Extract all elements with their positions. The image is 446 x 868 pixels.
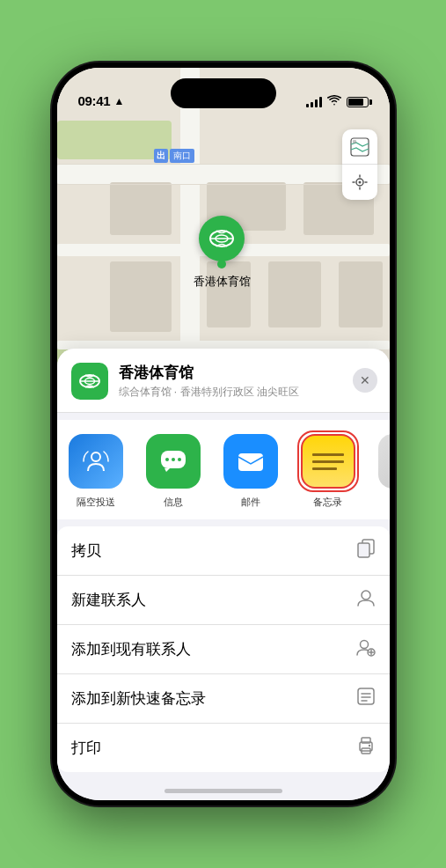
signal-bars-icon xyxy=(306,97,322,107)
home-indicator xyxy=(165,789,282,793)
mail-label: 邮件 xyxy=(241,496,260,509)
share-airdrop[interactable]: 隔空投送 xyxy=(57,434,135,509)
map-type-button[interactable] xyxy=(342,129,377,165)
map-exit-badge: 出 xyxy=(154,149,168,163)
action-print[interactable]: 打印 xyxy=(57,724,390,772)
svg-point-38 xyxy=(360,641,368,649)
notes-icon xyxy=(301,434,355,489)
svg-point-49 xyxy=(368,745,369,747)
action-add-quick-note[interactable]: 添加到新快速备忘录 xyxy=(57,674,390,724)
svg-point-22 xyxy=(358,181,361,184)
airdrop-label: 隔空投送 xyxy=(77,496,115,509)
action-add-quick-note-label: 添加到新快速备忘录 xyxy=(71,688,206,709)
phone-screen: 09:41 ▲ xyxy=(57,68,390,800)
home-indicator-area xyxy=(57,772,390,800)
pin-label: 香港体育馆 xyxy=(194,274,251,290)
location-header: 香港体育馆 综合体育馆 · 香港特别行政区 油尖旺区 ✕ xyxy=(57,349,390,413)
share-mail[interactable]: 邮件 xyxy=(212,434,289,509)
svg-rect-9 xyxy=(268,261,321,327)
close-button[interactable]: ✕ xyxy=(353,368,377,393)
svg-point-37 xyxy=(362,591,370,600)
stadium-pin: 香港体育馆 xyxy=(194,216,251,290)
svg-rect-1 xyxy=(57,165,390,184)
svg-rect-17 xyxy=(57,164,390,165)
add-contact-icon xyxy=(356,637,376,661)
svg-point-32 xyxy=(172,458,175,461)
location-button[interactable] xyxy=(342,165,377,200)
pin-circle xyxy=(199,216,245,261)
close-icon: ✕ xyxy=(360,373,370,387)
messages-label: 信息 xyxy=(164,496,183,509)
notes-label: 备忘录 xyxy=(313,496,342,509)
status-icons xyxy=(306,95,369,108)
svg-point-31 xyxy=(165,458,169,461)
more-icon xyxy=(378,434,390,489)
bottom-sheet: 香港体育馆 综合体育馆 · 香港特别行政区 油尖旺区 ✕ xyxy=(57,349,390,800)
copy-icon xyxy=(356,539,376,563)
svg-rect-10 xyxy=(339,261,383,327)
svg-rect-42 xyxy=(358,688,374,704)
svg-rect-7 xyxy=(110,261,172,332)
action-list: 拷贝 新建联系人 xyxy=(57,526,390,772)
share-row: 隔空投送 信息 xyxy=(57,420,390,519)
location-name: 香港体育馆 xyxy=(119,363,376,383)
messages-icon xyxy=(146,434,201,489)
svg-rect-4 xyxy=(110,182,172,235)
notes-icon-wrapper xyxy=(301,434,355,489)
action-add-existing-contact[interactable]: 添加到现有联系人 xyxy=(57,625,390,674)
location-address: 综合体育馆 · 香港特别行政区 油尖旺区 xyxy=(119,385,376,400)
location-info: 香港体育馆 综合体育馆 · 香港特别行政区 油尖旺区 xyxy=(119,363,376,400)
action-add-existing-label: 添加到现有联系人 xyxy=(71,639,191,659)
svg-rect-20 xyxy=(353,140,356,143)
map-controls xyxy=(342,129,377,200)
share-messages[interactable]: 信息 xyxy=(135,434,212,509)
airdrop-icon xyxy=(69,434,123,489)
print-icon xyxy=(356,736,376,760)
svg-rect-18 xyxy=(57,184,390,185)
location-venue-icon xyxy=(71,363,108,400)
share-more[interactable]: 推 xyxy=(367,434,390,509)
svg-rect-34 xyxy=(238,453,263,471)
map-exit-label: 出 南口 xyxy=(154,149,194,163)
wifi-icon xyxy=(327,95,341,108)
status-time: 09:41 xyxy=(78,93,111,108)
svg-point-29 xyxy=(91,452,100,461)
share-notes[interactable]: 备忘录 xyxy=(289,434,367,509)
battery-icon xyxy=(347,97,369,107)
notes-lines xyxy=(312,453,344,470)
action-new-contact-label: 新建联系人 xyxy=(71,590,146,610)
phone-frame: 09:41 ▲ xyxy=(52,63,395,805)
action-print-label: 打印 xyxy=(71,738,101,758)
new-contact-icon xyxy=(356,588,376,612)
action-copy[interactable]: 拷贝 xyxy=(57,526,390,576)
svg-rect-36 xyxy=(358,543,369,557)
quick-note-icon xyxy=(356,687,376,710)
action-new-contact[interactable]: 新建联系人 xyxy=(57,576,390,625)
mail-icon xyxy=(223,434,278,489)
svg-point-33 xyxy=(178,458,181,461)
map-nankou-label: 南口 xyxy=(170,149,194,163)
dynamic-island xyxy=(171,78,276,108)
action-copy-label: 拷贝 xyxy=(71,541,101,561)
location-arrow-icon: ▲ xyxy=(113,95,124,107)
